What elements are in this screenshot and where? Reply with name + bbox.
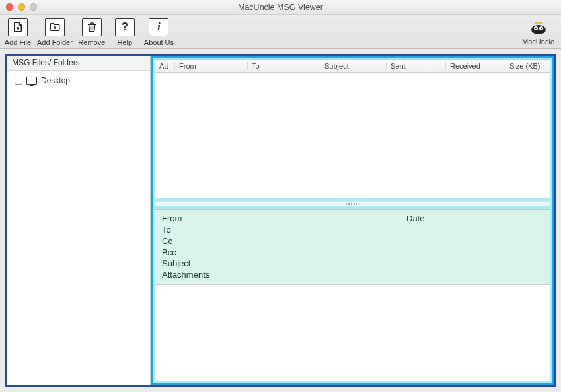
message-preview: From To Cc Bcc Subject Attachments Date (155, 209, 550, 381)
column-att[interactable]: Att (155, 62, 175, 70)
column-received[interactable]: Received (446, 62, 505, 70)
sidebar-header: MSG Files/ Folders (7, 56, 150, 71)
grip-icon (346, 203, 360, 205)
remove-button[interactable]: Remove (78, 18, 106, 46)
brand-logo: MacUncle (522, 19, 554, 46)
splitter-handle[interactable] (155, 201, 550, 206)
column-subject[interactable]: Subject (320, 62, 387, 70)
column-sent[interactable]: Sent (387, 62, 446, 70)
column-to[interactable]: To (248, 62, 320, 70)
message-list-body[interactable] (155, 73, 550, 198)
trash-icon (82, 18, 102, 36)
svg-point-4 (540, 27, 541, 28)
about-label: About Us (144, 38, 174, 46)
folder-plus-icon (45, 18, 65, 36)
column-from[interactable]: From (175, 62, 248, 70)
macuncle-icon (530, 19, 547, 38)
column-size[interactable]: Size (KB) (505, 62, 550, 70)
help-button[interactable]: ? Help (111, 18, 139, 46)
folder-tree: Desktop (7, 71, 150, 91)
message-list: Att From To Subject Sent Received Size (… (155, 59, 550, 198)
info-icon: i (149, 18, 168, 36)
preview-subject-label: Subject (162, 258, 406, 268)
svg-point-3 (535, 27, 536, 28)
remove-label: Remove (78, 38, 105, 46)
preview-header: From To Cc Bcc Subject Attachments Date (155, 210, 550, 284)
preview-date-label: Date (406, 214, 543, 223)
toolbar: Add File Add Folder Remove ? Help i Abou… (0, 15, 561, 49)
sidebar: MSG Files/ Folders Desktop (7, 56, 151, 385)
add-folder-label: Add Folder (37, 38, 73, 46)
desktop-icon (26, 77, 37, 85)
content-region: Att From To Subject Sent Received Size (… (151, 56, 554, 385)
add-folder-button[interactable]: Add Folder (37, 18, 73, 46)
window-title: MacUncle MSG Viewer (0, 3, 561, 12)
add-file-label: Add File (5, 38, 31, 46)
tree-item-desktop[interactable]: Desktop (12, 75, 145, 87)
about-button[interactable]: i About Us (144, 18, 174, 46)
help-label: Help (118, 38, 133, 46)
tree-item-label: Desktop (41, 76, 70, 85)
preview-body[interactable] (155, 284, 550, 381)
question-icon: ? (115, 18, 135, 36)
add-file-button[interactable]: Add File (4, 18, 32, 46)
file-plus-icon (8, 18, 28, 36)
preview-bcc-label: Bcc (162, 247, 406, 257)
titlebar: MacUncle MSG Viewer (0, 0, 561, 15)
column-headers: Att From To Subject Sent Received Size (… (155, 60, 550, 73)
svg-point-0 (531, 25, 546, 34)
preview-from-label: From (162, 214, 406, 223)
brand-label: MacUncle (522, 38, 554, 46)
main-region: MSG Files/ Folders Desktop Att From To S… (5, 54, 556, 387)
preview-attachments-label: Attachments (162, 270, 406, 280)
checkbox[interactable] (15, 77, 22, 85)
preview-to-label: To (162, 225, 406, 235)
preview-cc-label: Cc (162, 236, 406, 246)
